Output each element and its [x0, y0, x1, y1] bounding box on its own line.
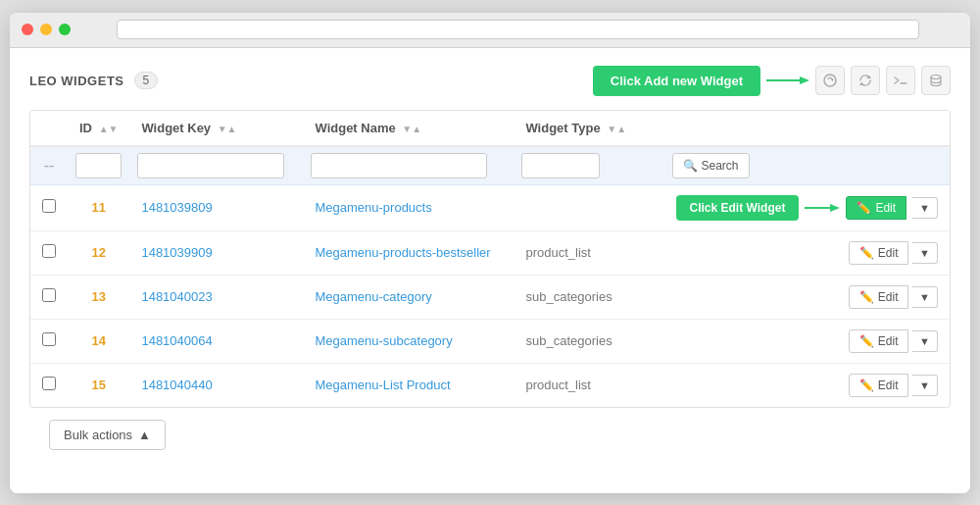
bottom-bar: Bulk actions ▲	[29, 408, 951, 462]
th-actions	[664, 111, 950, 146]
refresh-icon	[858, 74, 872, 87]
pencil-icon: ✏️	[859, 379, 874, 392]
row-15-key[interactable]: 1481040440	[129, 363, 303, 407]
search-icon: 🔍	[683, 159, 698, 173]
row-13-key[interactable]: 1481040023	[129, 275, 303, 319]
row-12-checkbox-cell	[30, 230, 68, 275]
filter-type-cell	[514, 146, 663, 185]
row-11-id: 11	[68, 184, 129, 230]
row-15-edit-dropdown[interactable]: ▼	[912, 375, 938, 396]
filter-dash: --	[30, 146, 68, 185]
table-row: 13 1481040023 Megamenu-category sub_cate…	[30, 275, 950, 319]
edit-arrow-icon	[805, 201, 840, 215]
arrow-icon	[766, 73, 809, 88]
th-widget-name[interactable]: Widget Name ▼▲	[303, 111, 514, 146]
terminal-button[interactable]	[886, 66, 915, 95]
svg-marker-5	[859, 82, 864, 85]
filter-name-input[interactable]	[311, 153, 487, 178]
search-button[interactable]: 🔍 Search	[672, 153, 750, 178]
refresh-button[interactable]	[851, 66, 880, 95]
close-btn[interactable]	[22, 24, 33, 35]
row-13-actions: ✏️ Edit ▼	[664, 275, 950, 319]
th-widget-type[interactable]: Widget Type ▼▲	[514, 111, 663, 146]
bulk-actions-label: Bulk actions	[64, 428, 132, 442]
table-row: 12 1481039909 Megamenu-products-bestsell…	[30, 230, 950, 275]
row-14-type: sub_categories	[514, 319, 663, 363]
svg-point-2	[824, 75, 836, 86]
row-13-checkbox-cell	[30, 275, 68, 319]
database-icon	[929, 74, 943, 87]
edit-label: Edit	[878, 246, 899, 260]
row-13-checkbox[interactable]	[42, 288, 56, 302]
search-label: Search	[702, 159, 739, 173]
row-11-name[interactable]: Megamenu-products	[303, 184, 514, 230]
row-11-checkbox[interactable]	[42, 199, 56, 213]
row-11-key[interactable]: 1481039809	[129, 184, 303, 230]
title-bar	[10, 13, 970, 48]
row-12-key[interactable]: 1481039909	[129, 230, 303, 275]
minimize-btn[interactable]	[40, 24, 52, 35]
row-14-name[interactable]: Megamenu-subcategory	[303, 319, 514, 363]
row-12-edit-button[interactable]: ✏️ Edit	[849, 241, 909, 265]
th-id[interactable]: ID ▲▼	[68, 111, 129, 146]
row-14-checkbox-cell	[30, 319, 68, 363]
row-13-name[interactable]: Megamenu-category	[303, 275, 514, 319]
row-15-edit-button[interactable]: ✏️ Edit	[849, 374, 909, 397]
row-12-checkbox[interactable]	[42, 244, 56, 258]
row-14-edit-button[interactable]: ✏️ Edit	[849, 329, 909, 353]
circle-icon[interactable]	[815, 66, 845, 95]
id-sort-icon[interactable]: ▲▼	[99, 124, 119, 134]
url-bar[interactable]	[117, 20, 919, 39]
row-12-id: 12	[68, 230, 129, 275]
row-11-type	[514, 184, 663, 230]
row-15-type: product_list	[514, 363, 663, 407]
maximize-btn[interactable]	[59, 24, 71, 35]
name-sort-icon[interactable]: ▼▲	[402, 124, 421, 134]
table-row: 15 1481040440 Megamenu-List Product prod…	[30, 363, 950, 407]
row-13-id: 13	[68, 275, 129, 319]
pencil-icon: ✏️	[859, 290, 874, 304]
filter-type-input[interactable]	[521, 153, 600, 178]
filter-id-input[interactable]	[75, 153, 122, 178]
database-button[interactable]	[921, 66, 951, 95]
type-sort-icon[interactable]: ▼▲	[607, 124, 626, 134]
add-widget-button[interactable]: Click Add new Widget	[593, 66, 760, 96]
main-content: LEO WIDGETS 5 Click Add new Widget	[10, 48, 970, 493]
row-13-type: sub_categories	[514, 275, 663, 319]
chevron-up-icon: ▲	[138, 428, 151, 442]
row-15-checkbox[interactable]	[42, 377, 56, 390]
widgets-table: ID ▲▼ Widget Key ▼▲ Widget Name ▼▲ Wid	[29, 110, 951, 408]
th-widget-key[interactable]: Widget Key ▼▲	[129, 111, 303, 146]
bulk-actions-button[interactable]: Bulk actions ▲	[49, 420, 166, 450]
top-bar: LEO WIDGETS 5 Click Add new Widget	[29, 66, 951, 96]
row-14-actions: ✏️ Edit ▼	[664, 319, 950, 363]
row-14-checkbox[interactable]	[42, 332, 56, 346]
table-row: 14 1481040064 Megamenu-subcategory sub_c…	[30, 319, 950, 363]
row-13-edit-dropdown[interactable]: ▼	[912, 286, 938, 308]
pencil-icon: ✏️	[859, 246, 874, 260]
row-11-edit-dropdown[interactable]: ▼	[912, 197, 938, 219]
row-14-edit-dropdown[interactable]: ▼	[912, 330, 938, 352]
row-13-edit-button[interactable]: ✏️ Edit	[849, 285, 909, 309]
edit-label: Edit	[875, 201, 896, 215]
row-15-name[interactable]: Megamenu-List Product	[303, 363, 514, 407]
terminal-icon	[894, 76, 907, 85]
filter-key-input[interactable]	[137, 153, 284, 178]
page-title: LEO WIDGETS	[29, 74, 124, 88]
filter-search-cell: 🔍 Search	[664, 146, 950, 185]
click-edit-widget-button[interactable]: Click Edit Widget	[676, 195, 800, 221]
svg-marker-9	[830, 204, 840, 212]
row-12-edit-dropdown[interactable]: ▼	[912, 242, 938, 264]
row-11-actions: Click Edit Widget ✏️ Edit	[664, 184, 950, 230]
row-11-checkbox-cell	[30, 184, 68, 230]
row-14-key[interactable]: 1481040064	[129, 319, 303, 363]
edit-label: Edit	[878, 290, 899, 304]
filter-key-cell	[129, 146, 303, 185]
key-sort-icon[interactable]: ▼▲	[218, 124, 237, 134]
row-11-edit-button[interactable]: ✏️ Edit	[846, 196, 906, 220]
row-14-id: 14	[68, 319, 129, 363]
filter-id-cell	[68, 146, 129, 185]
table-header-row: ID ▲▼ Widget Key ▼▲ Widget Name ▼▲ Wid	[30, 111, 950, 146]
row-12-name[interactable]: Megamenu-products-bestseller	[303, 230, 514, 275]
row-15-checkbox-cell	[30, 363, 68, 407]
